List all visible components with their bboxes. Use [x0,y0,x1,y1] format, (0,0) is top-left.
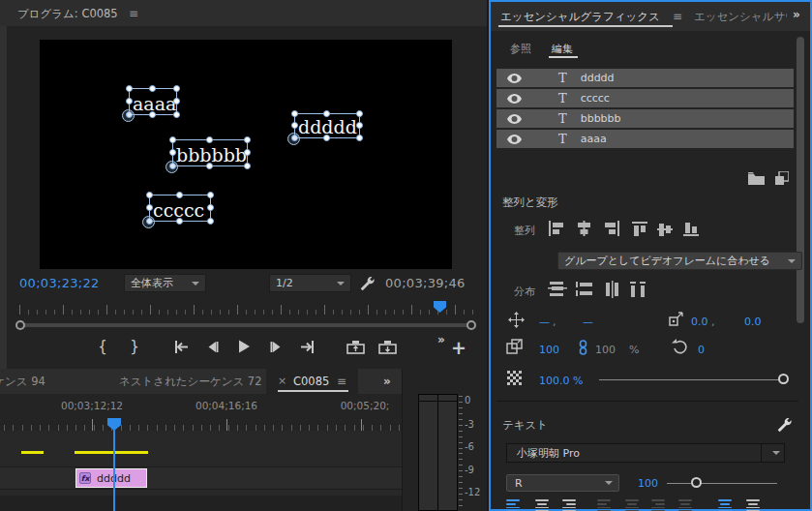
text-align-top-icon[interactable] [718,499,732,511]
program-playhead[interactable] [434,301,446,313]
rotation-icon[interactable] [672,339,688,354]
position-x-value[interactable]: — [539,316,550,328]
anchor-point[interactable] [287,133,300,145]
font-size-value[interactable]: 100 [638,477,658,490]
distribute-horizontal-space-icon[interactable] [629,281,647,298]
step-forward-button[interactable] [266,337,286,356]
selection-handle[interactable] [244,136,251,143]
layer-row-ccccc[interactable]: T ccccc [496,89,794,107]
subtab-edit[interactable]: 編集 [552,42,573,56]
go-to-in-button[interactable] [170,337,190,356]
panel-menu-icon[interactable]: ≡ [337,375,346,388]
selection-handle[interactable] [176,218,183,225]
mark-out-button[interactable]: } [125,337,144,356]
visibility-eye-icon[interactable] [507,130,522,148]
scale-width-value[interactable]: 100 [539,344,559,356]
selection-handle[interactable] [356,135,363,141]
selection-handle[interactable] [126,98,133,105]
selection-handle[interactable] [207,204,214,211]
timeline-ruler[interactable]: 00;03;12;12 00;04;16;16 00;05;20; [0,394,402,413]
position-y-value[interactable]: — [583,316,593,328]
opacity-slider-knob[interactable] [778,374,789,384]
visibility-eye-icon[interactable] [507,89,522,107]
tab-sequence-94[interactable]: シーケンス 94 [0,375,45,389]
selection-handle[interactable] [149,111,156,118]
tab-c0085[interactable]: C0085 [293,375,329,388]
text-align-middle-icon[interactable] [746,499,760,511]
anchor-x-value[interactable]: 0.0 [691,316,708,328]
text-align-left-icon[interactable] [506,499,520,511]
anchor-point[interactable] [142,216,155,228]
mark-in-button[interactable]: { [93,337,112,356]
timeline-ruler-ticks[interactable] [0,413,402,431]
align-center-vertical-icon[interactable] [657,221,673,238]
layer-row-bbbbbb[interactable]: T bbbbbb [496,109,794,128]
lift-button[interactable] [346,337,365,356]
selection-handle[interactable] [244,149,251,156]
subtab-browse[interactable]: 参照 [510,42,531,56]
selection-handle[interactable] [146,192,153,198]
opacity-value[interactable]: 100.0 % [539,375,583,387]
text-justify-last-right-icon[interactable] [651,499,665,511]
canvas-text-object[interactable]: aaaa [129,88,177,115]
link-scale-icon[interactable] [579,340,587,355]
go-to-out-button[interactable] [298,337,317,356]
align-bottom-icon[interactable] [683,221,699,238]
visibility-eye-icon[interactable] [507,109,522,128]
more-buttons-chevron[interactable]: » [437,333,444,346]
text-wrench-icon[interactable] [775,416,792,433]
text-align-center-icon[interactable] [535,499,549,511]
text-align-right-icon[interactable] [562,499,576,511]
selection-handle[interactable] [291,122,298,129]
button-editor-plus[interactable]: + [451,337,466,358]
anchor-point[interactable] [165,161,178,173]
selection-handle[interactable] [356,122,363,129]
selection-handle[interactable] [206,163,213,169]
canvas-text-object[interactable]: ddddd [294,113,360,138]
distribute-vertical-space-icon[interactable] [575,281,594,297]
layer-row-ddddd[interactable]: T ddddd [496,69,794,87]
selection-handle[interactable] [323,135,330,141]
align-top-icon[interactable] [632,221,647,238]
extract-button[interactable] [377,337,397,356]
scale-height-value[interactable]: 100 [595,344,616,356]
font-size-slider-knob[interactable] [691,477,702,488]
selection-handle[interactable] [206,136,213,143]
align-left-icon[interactable] [548,221,566,236]
new-folder-icon[interactable] [748,172,765,185]
visibility-eye-icon[interactable] [507,69,522,87]
rotation-value[interactable]: 0 [698,344,705,356]
anchor-point[interactable] [122,109,135,122]
settings-wrench-icon[interactable] [358,275,375,291]
tab-essential-graphics[interactable]: エッセンシャルグラフィックス [500,10,660,24]
selection-handle[interactable] [244,163,251,169]
minimized-clip[interactable] [75,451,148,454]
scale-icon[interactable] [506,339,523,354]
fx-badge[interactable]: fx [79,472,91,484]
selection-handle[interactable] [356,110,363,117]
timeline-clip-ddddd[interactable]: fx ddddd [75,468,147,488]
tab-nested-sequence-72[interactable]: ネストされたシーケンス 72 [119,375,261,389]
selection-handle[interactable] [207,192,214,198]
opacity-icon[interactable] [507,371,522,385]
selection-handle[interactable] [176,192,183,198]
font-style-dropdown[interactable]: R [506,474,619,492]
selection-handle[interactable] [169,149,176,156]
align-target-dropdown[interactable]: グループとしてビデオフレームに合わせる [557,252,802,270]
program-video-viewport[interactable]: aaaa ddddd bbbbbb ccccc [40,40,452,269]
tab-essential-sound[interactable]: エッセンシャルサウ [694,10,787,24]
align-center-horizontal-icon[interactable] [575,221,593,236]
selection-handle[interactable] [149,85,156,92]
panel-menu-icon[interactable]: ≡ [673,10,682,23]
selection-handle[interactable] [146,204,153,211]
text-justify-all-icon[interactable] [678,499,692,511]
egp-scrollbar[interactable] [797,37,804,323]
new-layer-icon[interactable] [775,171,789,185]
more-tabs-chevron[interactable]: » [793,8,799,21]
selection-handle[interactable] [173,111,180,118]
play-button[interactable] [234,337,254,356]
font-family-dropdown[interactable]: 小塚明朝 Pro [506,443,785,463]
panel-menu-icon[interactable]: ≡ [129,7,138,20]
font-size-slider[interactable] [667,483,777,484]
current-timecode[interactable]: 00;03;23;22 [19,276,100,290]
